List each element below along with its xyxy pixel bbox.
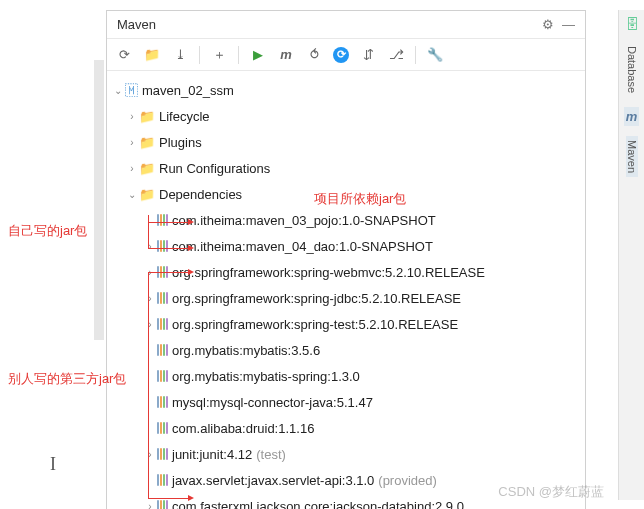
chevron-right-icon[interactable]: › xyxy=(143,293,157,304)
run-icon[interactable]: ▶ xyxy=(249,47,267,62)
panel-header: Maven ⚙ — xyxy=(107,11,585,39)
wrench-icon[interactable]: 🔧 xyxy=(426,47,444,62)
dep-scope: (provided) xyxy=(378,473,437,488)
chevron-right-icon[interactable]: › xyxy=(143,319,157,330)
offline-icon[interactable]: ⟳ xyxy=(333,47,349,63)
chevron-down-icon[interactable]: ⌄ xyxy=(111,85,125,96)
library-icon xyxy=(157,474,168,486)
library-icon xyxy=(157,396,168,408)
dep-item[interactable]: org.mybatis:mybatis:3.5.6 xyxy=(111,337,581,363)
dep-label: javax.servlet:javax.servlet-api:3.1.0 xyxy=(172,473,374,488)
chevron-down-icon[interactable]: ⌄ xyxy=(125,189,139,200)
dep-label: org.springframework:spring-test:5.2.10.R… xyxy=(172,317,458,332)
maven-tab-icon[interactable]: m xyxy=(624,107,640,126)
node-label: maven_02_ssm xyxy=(142,83,234,98)
library-icon xyxy=(157,292,168,304)
library-icon xyxy=(157,344,168,356)
node-label: Lifecycle xyxy=(159,109,210,124)
separator xyxy=(415,46,416,64)
toolbar: ⟳ 📁 ⤓ ＋ ▶ m ⥀ ⟳ ⇵ ⎇ 🔧 xyxy=(107,39,585,71)
dep-label: com.itheima:maven_04_dao:1.0-SNAPSHOT xyxy=(172,239,433,254)
bracket-line xyxy=(148,222,188,223)
dep-label: com.fasterxml.jackson.core:jackson-datab… xyxy=(172,499,464,510)
settings-icon[interactable]: ⚙ xyxy=(542,17,554,32)
folder-icon: 📁 xyxy=(139,135,155,150)
maven-module-icon: 🇲 xyxy=(125,83,138,98)
database-tab[interactable]: Database xyxy=(626,42,638,97)
right-sidebar: 🗄 Database m Maven xyxy=(618,10,644,500)
library-icon xyxy=(157,318,168,330)
bracket-line xyxy=(148,272,149,498)
maven-tab[interactable]: Maven xyxy=(626,136,638,177)
separator xyxy=(199,46,200,64)
add-icon[interactable]: ＋ xyxy=(210,46,228,64)
toggle-skip-tests-icon[interactable]: ⥀ xyxy=(305,47,323,62)
root-node[interactable]: ⌄ 🇲 maven_02_ssm xyxy=(111,77,581,103)
dependencies-node[interactable]: ⌄ 📁 Dependencies xyxy=(111,181,581,207)
dep-label: com.itheima:maven_03_pojo:1.0-SNAPSHOT xyxy=(172,213,436,228)
collapse-icon[interactable]: ⇵ xyxy=(359,47,377,62)
chevron-right-icon[interactable]: › xyxy=(125,111,139,122)
generate-icon[interactable]: 📁 xyxy=(143,47,161,62)
text-cursor-icon: I xyxy=(50,454,56,475)
dep-item[interactable]: mysql:mysql-connector-java:5.1.47 xyxy=(111,389,581,415)
watermark: CSDN @梦红蔚蓝 xyxy=(498,483,604,501)
dep-item[interactable]: › org.springframework:spring-jdbc:5.2.10… xyxy=(111,285,581,311)
arrow-head-icon xyxy=(188,495,194,501)
dependency-tree: ⌄ 🇲 maven_02_ssm › 📁 Lifecycle › 📁 Plugi… xyxy=(107,71,585,509)
arrow-head-icon xyxy=(188,269,194,275)
runconfig-node[interactable]: › 📁 Run Configurations xyxy=(111,155,581,181)
folder-icon: 📁 xyxy=(139,109,155,124)
dep-label: org.springframework:spring-jdbc:5.2.10.R… xyxy=(172,291,461,306)
maven-panel: Maven ⚙ — ⟳ 📁 ⤓ ＋ ▶ m ⥀ ⟳ ⇵ ⎇ 🔧 ⌄ 🇲 mave… xyxy=(106,10,586,509)
bracket-line xyxy=(148,272,188,273)
chevron-right-icon[interactable]: › xyxy=(125,163,139,174)
gutter xyxy=(94,60,104,340)
chevron-right-icon[interactable]: › xyxy=(125,137,139,148)
dep-label: org.springframework:spring-webmvc:5.2.10… xyxy=(172,265,485,280)
minimize-icon[interactable]: — xyxy=(562,17,575,32)
chevron-right-icon[interactable]: › xyxy=(143,241,157,252)
panel-title: Maven xyxy=(117,17,156,32)
chevron-right-icon[interactable]: › xyxy=(143,449,157,460)
dep-label: org.mybatis:mybatis:3.5.6 xyxy=(172,343,320,358)
dep-label: mysql:mysql-connector-java:5.1.47 xyxy=(172,395,373,410)
download-icon[interactable]: ⤓ xyxy=(171,47,189,62)
library-icon xyxy=(157,240,168,252)
plugins-node[interactable]: › 📁 Plugins xyxy=(111,129,581,155)
dep-label: junit:junit:4.12 xyxy=(172,447,252,462)
show-deps-icon[interactable]: ⎇ xyxy=(387,47,405,62)
dep-item[interactable]: com.alibaba:druid:1.1.16 xyxy=(111,415,581,441)
dep-label: com.alibaba:druid:1.1.16 xyxy=(172,421,314,436)
annotation-own-jars: 自己写的jar包 xyxy=(8,222,87,240)
bracket-line xyxy=(148,498,188,499)
refresh-icon[interactable]: ⟳ xyxy=(115,47,133,62)
database-icon[interactable]: 🗄 xyxy=(625,16,639,32)
dep-label: org.mybatis:mybatis-spring:1.3.0 xyxy=(172,369,360,384)
dep-item[interactable]: › org.springframework:spring-test:5.2.10… xyxy=(111,311,581,337)
dep-item[interactable]: org.mybatis:mybatis-spring:1.3.0 xyxy=(111,363,581,389)
library-icon xyxy=(157,422,168,434)
execute-goal-icon[interactable]: m xyxy=(277,47,295,62)
dep-item[interactable]: › com.itheima:maven_04_dao:1.0-SNAPSHOT xyxy=(111,233,581,259)
library-icon xyxy=(157,214,168,226)
lifecycle-node[interactable]: › 📁 Lifecycle xyxy=(111,103,581,129)
node-label: Dependencies xyxy=(159,187,242,202)
dep-scope: (test) xyxy=(256,447,286,462)
library-icon xyxy=(157,370,168,382)
separator xyxy=(238,46,239,64)
bracket-line xyxy=(148,215,149,249)
arrow-head-icon xyxy=(188,219,194,225)
library-icon xyxy=(157,500,168,509)
dep-item[interactable]: › junit:junit:4.12 (test) xyxy=(111,441,581,467)
arrow-head-icon xyxy=(188,245,194,251)
folder-icon: 📁 xyxy=(139,161,155,176)
chevron-right-icon[interactable]: › xyxy=(143,501,157,510)
folder-icon: 📁 xyxy=(139,187,155,202)
node-label: Plugins xyxy=(159,135,202,150)
node-label: Run Configurations xyxy=(159,161,270,176)
bracket-line xyxy=(148,248,188,249)
library-icon xyxy=(157,448,168,460)
dep-item[interactable]: com.itheima:maven_03_pojo:1.0-SNAPSHOT xyxy=(111,207,581,233)
